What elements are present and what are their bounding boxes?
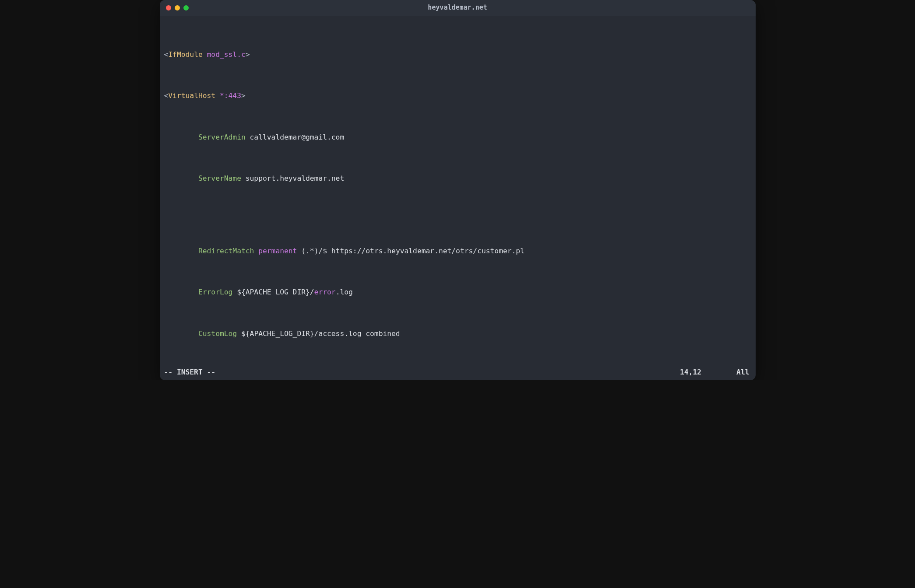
code-line: RedirectMatch permanent (.*)/$ https://o…: [164, 246, 751, 256]
directive-value: /access.log combined: [314, 329, 400, 338]
cursor-position: 14,12: [680, 367, 701, 378]
directive-value: callvaldemar@gmail.com: [250, 133, 345, 141]
terminal-window: heyvaldemar.net <IfModule mod_ssl.c> <Vi…: [160, 0, 756, 380]
angle-bracket: <: [164, 50, 169, 59]
env-var: ${APACHE_LOG_DIR}: [241, 329, 314, 338]
code-line: CustomLog ${APACHE_LOG_DIR}/access.log c…: [164, 329, 751, 339]
directive: RedirectMatch: [198, 247, 254, 255]
angle-bracket: >: [246, 50, 250, 59]
directive: ServerName: [198, 174, 241, 182]
code-line: ServerName support.heyvaldemar.net: [164, 173, 751, 184]
window-title: heyvaldemar.net: [160, 3, 756, 13]
scroll-percentage: All: [736, 367, 749, 378]
traffic-lights: [166, 5, 189, 10]
code-line: <VirtualHost *:443>: [164, 91, 751, 101]
url-value: https://otrs.heyvaldemar.net/otrs/custom…: [331, 247, 524, 255]
directive: ServerAdmin: [198, 133, 246, 141]
directive: CustomLog: [198, 329, 237, 338]
minimize-icon[interactable]: [175, 5, 180, 10]
regex-pattern: (.*)/$: [301, 247, 327, 255]
directive: ErrorLog: [198, 288, 232, 296]
code-line: ServerAdmin callvaldemar@gmail.com: [164, 132, 751, 143]
code-line: ErrorLog ${APACHE_LOG_DIR}/error.log: [164, 287, 751, 298]
titlebar: heyvaldemar.net: [160, 0, 756, 16]
close-icon[interactable]: [166, 5, 171, 10]
editor-area[interactable]: <IfModule mod_ssl.c> <VirtualHost *:443>…: [160, 16, 756, 366]
vim-status-bar: -- INSERT -- 14,12 All: [160, 366, 756, 380]
vim-mode-indicator: -- INSERT --: [164, 367, 216, 378]
filename-stem: error: [314, 288, 336, 296]
zoom-icon[interactable]: [183, 5, 189, 10]
env-var: ${APACHE_LOG_DIR}: [237, 288, 310, 296]
directive-value: support.heyvaldemar.net: [246, 174, 344, 182]
code-line: <IfModule mod_ssl.c>: [164, 49, 751, 60]
tag-name: VirtualHost: [168, 91, 215, 100]
file-ext: .log: [336, 288, 353, 296]
tag-name: IfModule: [168, 50, 202, 59]
tag-arg: mod_ssl.c: [207, 50, 246, 59]
tag-arg: *:443: [220, 91, 241, 100]
keyword: permanent: [258, 247, 297, 255]
